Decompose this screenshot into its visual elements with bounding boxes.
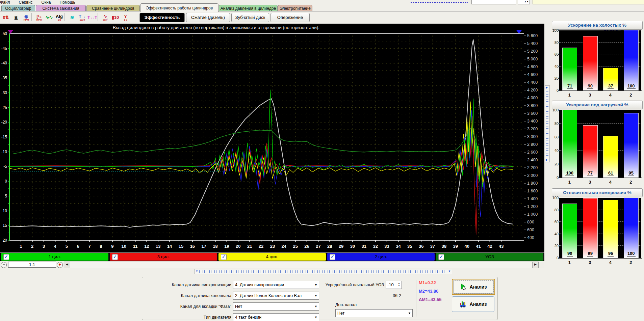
legend-item-2[interactable]: ✓3 цил. xyxy=(109,253,217,261)
filter-cyl-icon[interactable]: Y1 2 xyxy=(121,12,130,22)
vertical-trackbar[interactable]: ▶ ▶ xyxy=(545,85,550,162)
svg-text:5 000: 5 000 xyxy=(527,57,538,61)
alg-half-icon[interactable]: Alg1/2 xyxy=(54,12,64,22)
smooth-wave-icon[interactable]: ≋ xyxy=(67,12,77,22)
svg-text:13: 13 xyxy=(156,244,160,249)
tab-5[interactable]: Анализ давления в цилиндре xyxy=(219,5,278,12)
subtab-4[interactable]: Опережение xyxy=(271,13,310,22)
extra-channel-select[interactable]: Нет ▼ xyxy=(335,309,413,317)
scrollbar-track[interactable] xyxy=(70,262,532,268)
svg-text:1 400: 1 400 xyxy=(527,196,538,201)
legend-label: 4 цил. xyxy=(218,253,326,261)
setting-select-3[interactable]: Нет▼ xyxy=(233,302,319,311)
subtab-2[interactable]: Сжатие (дизель) xyxy=(186,13,230,22)
svg-text:-25: -25 xyxy=(1,105,7,110)
x-axis-label: 1 xyxy=(564,260,574,265)
time-order-icon[interactable]: T→1234 xyxy=(77,12,87,22)
clipped-spinner[interactable]: ▲▼ xyxy=(518,0,530,4)
svg-text:6: 6 xyxy=(77,244,79,249)
menu-item-Сервис[interactable]: Сервис xyxy=(19,0,33,4)
tab-4[interactable]: Эффективность работы цилиндров xyxy=(140,3,218,12)
checkbox-icon[interactable]: ✓ xyxy=(330,254,335,260)
zoom-in-button[interactable]: + xyxy=(57,262,63,268)
zero-level-icon[interactable]: 0⇅ xyxy=(1,12,11,22)
series-cyl3 xyxy=(9,116,513,235)
legend-item-4[interactable]: ✓2 цил. xyxy=(327,253,435,261)
svg-text:22: 22 xyxy=(259,244,263,249)
svg-text:27: 27 xyxy=(316,244,320,249)
svg-text:35: 35 xyxy=(407,244,412,249)
trackbar-ticks xyxy=(546,90,548,157)
menu-item-Помощь[interactable]: Помощь xyxy=(60,0,75,4)
clipped-text-input[interactable] xyxy=(471,0,516,4)
checkbox-icon[interactable]: ✓ xyxy=(438,254,444,260)
legend-item-3[interactable]: ✓4 цил. xyxy=(218,253,326,261)
x-axis-label: 4 xyxy=(605,180,615,185)
spinner-arrows-icon[interactable]: ▲▼ xyxy=(397,281,401,288)
trackbar-bottom-thumb[interactable]: ▶ xyxy=(546,159,548,161)
subtab-3[interactable]: Зубчатый диск xyxy=(231,13,269,22)
svg-text:0: 0 xyxy=(5,179,7,184)
clipped-link-text[interactable] xyxy=(411,2,468,3)
trackbar-left-thumb[interactable]: ▼ xyxy=(196,270,198,273)
tab-2[interactable]: Система зажигания xyxy=(36,5,86,12)
oscilloscope-svg: -50-45-40-35-30-25-20-15-10-505101520123… xyxy=(0,24,544,252)
checkbox-icon[interactable]: ✓ xyxy=(3,254,9,260)
analyze-run-button[interactable]: Анализ xyxy=(452,279,495,295)
legend-label: 3 цил. xyxy=(110,253,217,261)
setting-select-4[interactable]: 4 такт бензин▼ xyxy=(233,313,319,321)
angle-903-icon[interactable]: ∿903° xyxy=(100,12,110,22)
trackbar-top-thumb[interactable]: ▶ xyxy=(546,86,548,89)
trackbar-right-thumb[interactable]: ▼ xyxy=(448,270,451,273)
checkbox-icon[interactable]: ✓ xyxy=(112,254,118,260)
svg-text:4 600: 4 600 xyxy=(527,72,538,77)
x-axis-line xyxy=(558,258,642,259)
svg-text:2: 2 xyxy=(31,244,33,249)
svg-text:42: 42 xyxy=(487,244,492,249)
svg-text:37: 37 xyxy=(430,244,435,249)
waveform-icon[interactable]: ∿∿ xyxy=(44,12,54,22)
svg-text:4 800: 4 800 xyxy=(527,64,538,69)
scroll-left-button[interactable]: ◀ xyxy=(64,262,70,268)
setting-select-2[interactable]: 2. Датчик Полож Коленчатого Вал▼ xyxy=(233,292,319,300)
svg-text:26: 26 xyxy=(304,244,309,249)
menu-item-Файл[interactable]: Файл xyxy=(0,0,10,4)
analyze-report-button[interactable]: Анализ xyxy=(452,296,494,312)
select-value: 4. Датчик синхронизации xyxy=(235,283,284,287)
right-cursor-marker[interactable] xyxy=(516,30,522,34)
svg-text:4 000: 4 000 xyxy=(527,96,538,100)
sidebar-chart-title-3[interactable]: Относительная компрессия % xyxy=(552,188,643,197)
svg-text:3 200: 3 200 xyxy=(527,127,538,131)
left-cursor-marker[interactable] xyxy=(7,30,14,34)
tab-1[interactable]: Осциллограф xyxy=(1,5,35,12)
y-axis-tick xyxy=(558,54,559,55)
svg-text:19: 19 xyxy=(224,244,229,249)
tab-6[interactable]: Электропитание xyxy=(278,5,312,12)
svg-text:5: 5 xyxy=(5,194,7,198)
uoz-spinner[interactable]: -10 ▲▼ xyxy=(386,281,402,289)
rpm-zoom-icon[interactable]: ◉RPM xyxy=(21,12,31,22)
sidebar-chart-title-2[interactable]: Ускорение под нагрузкой % xyxy=(552,101,643,109)
scale-rpm-icon[interactable]: [¹₀RPM xyxy=(34,12,44,22)
zoom-out-button[interactable]: − xyxy=(1,262,7,268)
horizontal-trackbar[interactable]: ▼ ▼ xyxy=(194,269,452,274)
select-value: 2. Датчик Полож Коленчатого Вал xyxy=(235,293,302,298)
bar-scale-icon[interactable]: ▮10 xyxy=(110,12,120,22)
y-axis-label: 100 xyxy=(551,108,559,112)
legend-item-1[interactable]: ✓1 цил. xyxy=(1,253,109,261)
menu-item-Окна[interactable]: Окна xyxy=(42,0,51,4)
x-axis-label: 3 xyxy=(585,92,595,98)
subtab-1[interactable]: Эффективность xyxy=(139,13,185,22)
sidebar-chart-title-1[interactable]: Ускорение на холостых % xyxy=(552,21,643,30)
time-span-icon[interactable]: T↔T xyxy=(87,12,97,22)
svg-text:31: 31 xyxy=(362,244,366,249)
tab-3[interactable]: Сравнение цилиндров xyxy=(86,5,140,12)
svg-text:34: 34 xyxy=(396,244,401,249)
scroll-right-button[interactable]: ▶ xyxy=(532,262,539,268)
bold-icon[interactable]: B xyxy=(11,12,21,22)
y-axis-tick xyxy=(558,222,559,222)
cylinder-legend: ✓1 цил.✓3 цил.✓4 цил.✓2 цил.✓УОЗ xyxy=(0,252,544,261)
checkbox-icon[interactable]: ✓ xyxy=(221,254,227,260)
legend-item-5[interactable]: ✓УОЗ xyxy=(436,253,544,261)
svg-text:-45: -45 xyxy=(1,46,7,51)
